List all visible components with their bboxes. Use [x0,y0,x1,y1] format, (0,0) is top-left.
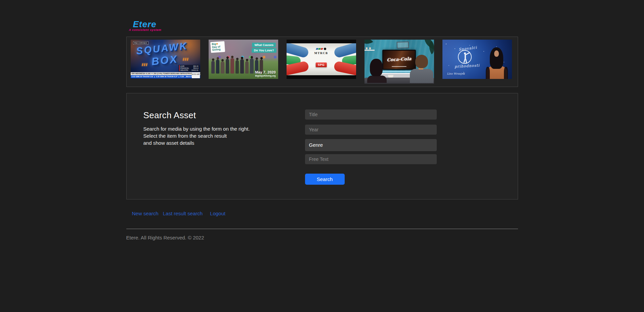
market-sidebar: LQ45660.44 FINANCIAL5512.8 INDUSTRI10412… [178,65,199,72]
viewer-man [410,55,433,83]
squawk-title-line2: BOX [151,53,179,68]
star-icon: ✱ [216,43,218,45]
last-result-search-link[interactable]: Last result search [163,211,203,216]
ticker-row-blue: 0.02 SBN 20 TAHUN 6.32 ▲ 0.05 SBN 30 TAH… [131,75,200,78]
search-description-line3: and show asset details [143,139,254,146]
picture-frame [396,41,409,48]
title-input[interactable] [305,109,437,120]
bdog-banner: What Causes Do You Love? [252,43,276,53]
copyright-text: Etere. All Rights Reserved. © 2022 [126,235,518,240]
orange-ticks-left [142,63,147,66]
presenter-woman [486,47,508,79]
logo-tagline: A consistent system [129,28,518,32]
presenter-caption: Lisa Wranjek [447,72,465,75]
app-logo: Etere A consistent system [129,20,518,34]
page-title: Search Asset [143,110,254,121]
genre-select[interactable]: Genre [305,139,437,151]
bdog-url: BigDayofGiving.org [255,75,275,77]
search-intro: Search Asset Search for media by using t… [143,110,254,146]
footer-divider [126,229,518,229]
ticker-row-white: IDR INDONESIA 6.100 ▼ 250 (2.4%) TOWER B… [131,72,200,75]
search-description: Search for media by using the form on th… [143,125,254,146]
bdog-date: May 7, 2020 [255,70,275,74]
cause-dot [274,56,276,58]
search-button[interactable]: Search [305,174,345,185]
search-asset-panel: Search Asset Search for media by using t… [126,93,518,199]
search-description-line1: Search for media by using the form on th… [143,125,254,132]
logout-link[interactable]: Logout [210,211,225,216]
wall-shelf [364,50,375,51]
thumbnail-big-day-of-giving[interactable]: Big✱ Day of Giving What Causes Do You Lo… [209,40,278,79]
mtrcb-logo-icon [316,48,326,50]
footer-nav: New search Last result search Logout [126,211,518,216]
tv-caption-line [392,66,406,67]
search-form: Genre Search [305,109,437,185]
viewer-woman [367,59,387,83]
thumbnail-mtrcb[interactable]: MTRCB SPG [287,40,356,79]
bdog-logo-card: Big✱ Day of Giving [210,41,225,53]
page-container: Etere A consistent system RECORDED SQUAW… [126,20,518,240]
logo-wordmark: Etere [129,20,518,28]
thumbnail-snovalci-prihodnosti[interactable]: Snovalci prihodnosti Lisa Wranjek [442,40,512,79]
thumbnail-coca-cola-ad[interactable]: Coca-Cola [364,40,434,84]
page-body: { "logo": { "name": "Etere", "tagline": … [0,0,644,312]
mtrcb-logo: MTRCB [287,45,356,55]
ticker-clock: 08:55 WIB [192,73,200,78]
prihodnosti-script-text: prihodnosti [454,63,479,69]
media-thumbnail-strip: RECORDED SQUAWK BOX LQ45660.44 FINANCIAL… [126,37,518,87]
mtrcb-screen: MTRCB SPG [287,43,356,75]
recorded-badge: RECORDED [133,41,148,45]
year-input[interactable] [305,125,437,135]
plant-leaf [364,40,373,47]
spg-rating-badge: SPG [316,62,327,67]
orange-ticks-right [183,58,188,61]
sparkles [446,44,446,44]
mtrcb-station-text: MTRCB [287,51,356,55]
search-description-line2: Select the item from the search result [143,132,254,139]
telescope-figure-emblem [458,50,472,64]
thumbnail-squawk-box[interactable]: RECORDED SQUAWK BOX LQ45660.44 FINANCIAL… [131,40,200,79]
new-search-link[interactable]: New search [132,211,159,216]
free-text-input[interactable] [305,154,437,164]
